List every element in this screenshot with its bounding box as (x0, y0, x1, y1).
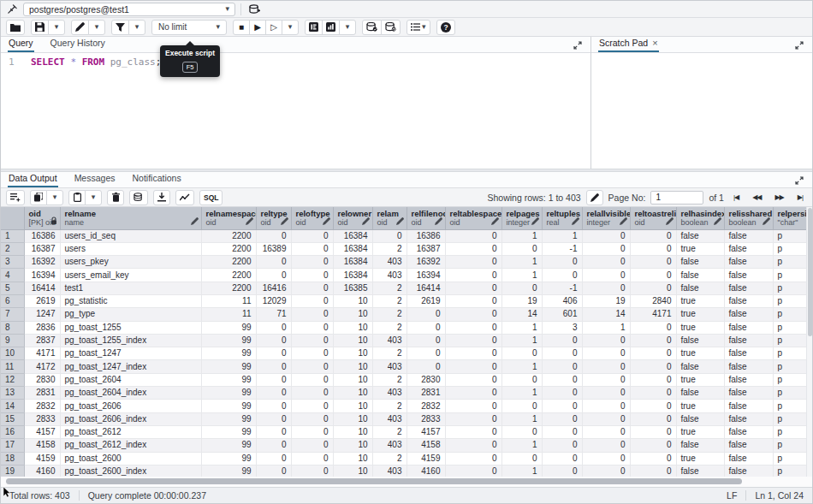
cell[interactable]: 4159 (406, 452, 445, 465)
expand-results-button[interactable] (793, 175, 805, 187)
cell[interactable]: 2200 (201, 282, 256, 294)
cell[interactable]: 14 (582, 308, 630, 321)
cell[interactable]: true (676, 321, 724, 334)
cell[interactable]: 0 (445, 229, 501, 242)
cell[interactable]: 0 (582, 373, 630, 386)
row-number[interactable]: 16 (1, 425, 24, 438)
cell[interactable]: 0 (291, 439, 333, 452)
cell[interactable]: 0 (445, 321, 501, 334)
cell[interactable]: 0 (630, 400, 676, 412)
cell[interactable]: 0 (291, 282, 333, 294)
column-header-reltablespace[interactable]: reltablespaceoid (445, 207, 501, 229)
next-page-button[interactable]: ▶▶ (770, 192, 787, 203)
cell[interactable]: 2833 (406, 412, 445, 425)
cell[interactable]: 19 (501, 294, 542, 307)
cell[interactable]: 2 (372, 425, 406, 438)
row-number[interactable]: 13 (1, 387, 24, 400)
cell[interactable]: false (724, 334, 773, 347)
cell[interactable]: 0 (445, 387, 501, 400)
cell[interactable]: 2200 (201, 229, 256, 242)
cell[interactable]: 16389 (256, 242, 291, 255)
cell[interactable]: false (724, 465, 773, 477)
cell[interactable]: 0 (582, 387, 630, 400)
cell[interactable]: 99 (201, 387, 256, 400)
cell[interactable]: 0 (501, 282, 542, 294)
cell[interactable]: 10 (333, 334, 372, 347)
cell[interactable]: 99 (201, 439, 256, 452)
cell[interactable]: 2832 (406, 400, 445, 412)
cell[interactable]: 0 (630, 439, 676, 452)
cell[interactable]: false (676, 360, 724, 373)
cell[interactable]: 0 (501, 373, 542, 386)
cell[interactable]: 0 (256, 321, 291, 334)
cell[interactable]: false (724, 412, 773, 425)
cell[interactable]: true (676, 400, 724, 412)
column-header-relam[interactable]: relamoid (372, 207, 406, 229)
cell[interactable]: 0 (291, 360, 333, 373)
cell[interactable]: users_id_seq (60, 229, 201, 242)
cell[interactable]: pg_toast_1247 (60, 347, 201, 360)
save-results-to-file-button[interactable] (153, 190, 170, 205)
cell[interactable]: 0 (582, 334, 630, 347)
cell[interactable]: pg_toast_2600_index (60, 465, 201, 477)
cell[interactable]: 0 (542, 373, 582, 386)
cell[interactable]: false (676, 269, 724, 282)
cell[interactable]: 2 (372, 242, 406, 255)
cell[interactable]: pg_toast_1247_index (60, 360, 201, 373)
cell[interactable]: 0 (630, 256, 676, 269)
horizontal-scrollbar[interactable] (1, 477, 812, 487)
cell[interactable]: 3 (542, 321, 582, 334)
row-number[interactable]: 5 (1, 282, 24, 294)
cell[interactable]: false (676, 334, 724, 347)
cell[interactable]: 403 (372, 412, 406, 425)
cell[interactable]: 0 (445, 256, 501, 269)
cell[interactable]: false (724, 347, 773, 360)
last-page-button[interactable]: ▶| (793, 192, 807, 203)
cell[interactable]: 0 (501, 242, 542, 255)
cell[interactable]: 2 (372, 294, 406, 307)
cell[interactable]: 0 (501, 400, 542, 412)
filter-options-button[interactable]: ▾ (128, 20, 145, 35)
show-sql-button[interactable]: SQL (199, 190, 223, 205)
cell[interactable]: true (676, 347, 724, 360)
eol-indicator[interactable]: LF (718, 488, 745, 503)
cell[interactable]: true (676, 294, 724, 307)
cell[interactable]: false (724, 387, 773, 400)
cell[interactable]: 403 (372, 269, 406, 282)
cell[interactable]: 0 (582, 229, 630, 242)
cell[interactable]: 403 (372, 387, 406, 400)
cell[interactable]: 403 (372, 334, 406, 347)
cell[interactable]: 2 (372, 347, 406, 360)
cell[interactable]: 0 (406, 308, 445, 321)
cell[interactable]: 16384 (333, 242, 372, 255)
row-number[interactable]: 4 (1, 269, 24, 282)
vertical-scrollbar-thumb[interactable] (808, 208, 812, 336)
cell[interactable]: 99 (201, 412, 256, 425)
column-header-relhasindex[interactable]: relhasindexboolean (676, 207, 724, 229)
cell[interactable]: 0 (630, 229, 676, 242)
tab-scratch-pad[interactable]: Scratch Pad× (598, 35, 659, 52)
column-header-relpages[interactable]: relpagesinteger (501, 207, 542, 229)
cell[interactable]: 2200 (201, 256, 256, 269)
cell[interactable]: -1 (542, 242, 582, 255)
cell[interactable]: 0 (256, 229, 291, 242)
cell[interactable]: 10 (333, 321, 372, 334)
cell[interactable]: 0 (582, 282, 630, 294)
cell[interactable]: 99 (201, 400, 256, 412)
cell[interactable]: 10 (333, 360, 372, 373)
cell[interactable]: 10 (333, 452, 372, 465)
tab-data-output[interactable]: Data Output (8, 170, 58, 187)
paste-options-button[interactable]: ▾ (85, 190, 102, 205)
cell[interactable]: 0 (372, 229, 406, 242)
row-number[interactable]: 6 (1, 294, 24, 307)
cell[interactable]: pg_type (60, 308, 201, 321)
cell[interactable]: false (724, 373, 773, 386)
cell[interactable]: 0 (630, 242, 676, 255)
cell[interactable]: 4157 (24, 425, 60, 438)
cell[interactable]: false (676, 282, 724, 294)
cell[interactable]: false (724, 256, 773, 269)
row-number[interactable]: 18 (1, 452, 24, 465)
column-header-relnamespace[interactable]: relnamespaceoid (201, 207, 256, 229)
cell[interactable]: 0 (582, 256, 630, 269)
execute-query-button[interactable]: ▷ (265, 20, 282, 35)
